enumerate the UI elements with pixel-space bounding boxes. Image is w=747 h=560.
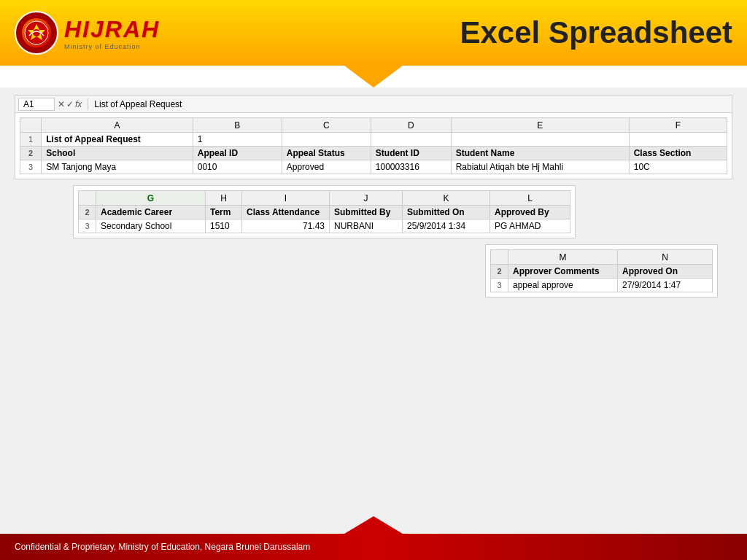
page-title: Excel Spreadsheet [460, 15, 732, 50]
cell-h3[interactable]: 1510 [206, 219, 242, 233]
cell-a3[interactable]: SM Tanjong Maya [42, 160, 193, 174]
third-spreadsheet-container: M N 2 Approver Comments Approved On 3 ap… [486, 245, 717, 297]
col-header-c[interactable]: C [282, 118, 371, 133]
row-num: 2 [79, 206, 96, 219]
cell-m3[interactable]: appeal approve [508, 279, 618, 292]
row-num: 3 [20, 160, 42, 174]
corner-header-2 [79, 191, 96, 206]
formula-bar: A1 ✕ ✓ fx List of Appeal Request [15, 96, 732, 113]
cell-reference[interactable]: A1 [18, 98, 55, 111]
cell-l3[interactable]: PG AHMAD [490, 219, 570, 233]
col-header-l[interactable]: L [490, 191, 570, 206]
col-header-g[interactable]: G [96, 191, 206, 206]
cell-g3[interactable]: Secondary School [96, 219, 206, 233]
cell-f2[interactable]: Class Section [629, 147, 727, 160]
cell-f1[interactable] [629, 133, 727, 147]
cell-n2[interactable]: Approved On [618, 265, 713, 279]
cell-c3[interactable]: Approved [282, 160, 371, 174]
confirm-icon[interactable]: ✓ [66, 99, 74, 109]
table-row: 2 School Appeal ID Appeal Status Student… [20, 147, 727, 160]
third-spreadsheet-table: M N 2 Approver Comments Approved On 3 ap… [490, 249, 713, 292]
second-spreadsheet-container: G H I J K L 2 Academic Career [74, 186, 575, 238]
logo-icon [15, 11, 58, 55]
formula-separator [88, 98, 88, 110]
excel-area-top: A1 ✕ ✓ fx List of Appeal Request A B C D [15, 95, 732, 179]
cell-n3[interactable]: 27/9/2014 1:47 [618, 279, 713, 292]
cell-f3[interactable]: 10C [629, 160, 727, 174]
col-header-a[interactable]: A [42, 118, 193, 133]
table-row: 1 List of Appeal Request 1 [20, 133, 727, 147]
col-header-h[interactable]: H [206, 191, 242, 206]
fx-icon[interactable]: fx [75, 99, 82, 109]
table-row: 3 Secondary School 1510 71.43 NURBANI 25… [79, 219, 570, 233]
cell-b1[interactable]: 1 [193, 133, 282, 147]
cell-d2[interactable]: Student ID [371, 147, 451, 160]
brand-name: HIJRAH [64, 16, 160, 43]
table-row: 3 SM Tanjong Maya 0010 Approved 10000331… [20, 160, 727, 174]
col-header-b[interactable]: B [193, 118, 282, 133]
table-row: 2 Academic Career Term Class Attendance … [79, 206, 570, 219]
col-header-i[interactable]: I [242, 191, 330, 206]
logo-emblem [22, 18, 51, 47]
col-header-e[interactable]: E [451, 118, 629, 133]
cell-b2[interactable]: Appeal ID [193, 147, 282, 160]
cell-k2[interactable]: Submitted On [403, 206, 490, 219]
cell-e2[interactable]: Student Name [451, 147, 629, 160]
col-header-f[interactable]: F [629, 118, 727, 133]
formula-icons: ✕ ✓ fx [58, 99, 82, 109]
col-header-j[interactable]: J [330, 191, 403, 206]
cell-i2[interactable]: Class Attendance [242, 206, 330, 219]
cell-c2[interactable]: Appeal Status [282, 147, 371, 160]
excel-area-third: M N 2 Approver Comments Approved On 3 ap… [485, 244, 718, 298]
cell-j3[interactable]: NURBANI [330, 219, 403, 233]
cell-l2[interactable]: Approved By [490, 206, 570, 219]
top-spreadsheet-container: A B C D E F 1 List of Appeal Request 1 [15, 113, 732, 179]
corner-header-3 [491, 250, 508, 265]
third-section: M N 2 Approver Comments Approved On 3 ap… [15, 244, 732, 298]
row-num: 3 [491, 279, 508, 292]
row-num: 2 [491, 265, 508, 279]
col-header-k[interactable]: K [403, 191, 490, 206]
cell-j2[interactable]: Submitted By [330, 206, 403, 219]
header: HIJRAH Ministry of Education Excel Sprea… [0, 0, 747, 66]
row-num: 3 [79, 219, 96, 233]
logo-text: HIJRAH Ministry of Education [64, 16, 160, 50]
footer: Confidential & Proprietary, Ministry of … [0, 534, 747, 560]
row-num: 1 [20, 133, 42, 147]
logo-area: HIJRAH Ministry of Education [15, 11, 160, 55]
cell-k3[interactable]: 25/9/2014 1:34 [403, 219, 490, 233]
cell-a2[interactable]: School [42, 147, 193, 160]
cell-e1[interactable] [451, 133, 629, 147]
row-num: 2 [20, 147, 42, 160]
cell-d3[interactable]: 100003316 [371, 160, 451, 174]
corner-header [20, 118, 42, 133]
col-header-m[interactable]: M [508, 250, 618, 265]
svg-point-2 [33, 29, 40, 36]
cell-a1[interactable]: List of Appeal Request [42, 133, 193, 147]
cell-h2[interactable]: Term [206, 206, 242, 219]
second-section: G H I J K L 2 Academic Career [73, 185, 732, 238]
excel-area-second: G H I J K L 2 Academic Career [73, 185, 576, 238]
connector-top [0, 66, 747, 88]
cell-e3[interactable]: Rabiatul Atiqah bte Hj Mahli [451, 160, 629, 174]
table-row: 3 appeal approve 27/9/2014 1:47 [491, 279, 713, 292]
col-header-d[interactable]: D [371, 118, 451, 133]
col-header-n[interactable]: N [618, 250, 713, 265]
cell-g2[interactable]: Academic Career [96, 206, 206, 219]
cell-m2[interactable]: Approver Comments [508, 265, 618, 279]
connector-bottom [0, 516, 747, 534]
cell-d1[interactable] [371, 133, 451, 147]
cell-b3[interactable]: 0010 [193, 160, 282, 174]
cell-i3[interactable]: 71.43 [242, 219, 330, 233]
second-spreadsheet-table: G H I J K L 2 Academic Career [78, 190, 570, 233]
cancel-icon[interactable]: ✕ [58, 99, 65, 109]
brand-subtitle: Ministry of Education [64, 43, 160, 50]
table-row: 2 Approver Comments Approved On [491, 265, 713, 279]
main-content: A1 ✕ ✓ fx List of Appeal Request A B C D [0, 88, 747, 516]
formula-value: List of Appeal Request [94, 99, 729, 109]
footer-text: Confidential & Proprietary, Ministry of … [15, 542, 310, 552]
cell-c1[interactable] [282, 133, 371, 147]
top-spreadsheet-table: A B C D E F 1 List of Appeal Request 1 [20, 117, 727, 174]
